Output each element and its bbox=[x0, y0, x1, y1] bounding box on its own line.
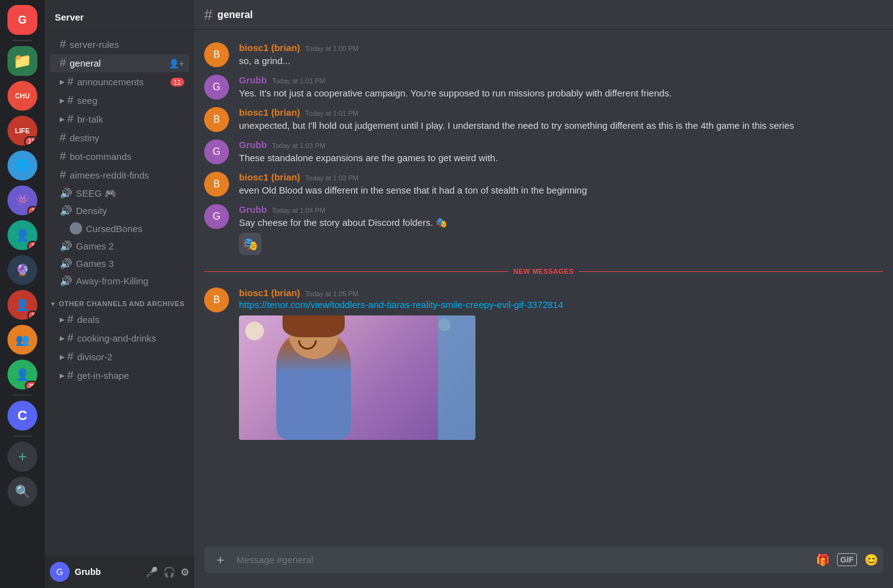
message-timestamp-2: Today at 1:01 PM bbox=[272, 77, 325, 85]
user-avatar: G bbox=[50, 562, 70, 582]
divider-line-right bbox=[579, 271, 883, 272]
server-icon-6[interactable]: 👾 3 bbox=[7, 185, 37, 215]
channel-item-games2[interactable]: 🔊 Games 2 bbox=[50, 238, 189, 254]
server-name[interactable]: Server bbox=[45, 0, 194, 30]
server-icon-label: 👤 bbox=[16, 228, 29, 242]
channel-item-server-rules[interactable]: # server-rules bbox=[50, 35, 189, 54]
server-icon-11[interactable]: 👤 35 bbox=[7, 360, 37, 390]
channel-name: Games 3 bbox=[76, 258, 184, 269]
channel-item-deals[interactable]: ▶ # deals bbox=[50, 310, 189, 329]
channel-item-divisor[interactable]: ▶ # divisor-2 bbox=[50, 348, 189, 366]
emoji-picker-icon[interactable]: 😊 bbox=[864, 553, 878, 567]
channel-hash-icon: # bbox=[204, 6, 212, 24]
channel-item-cursed-bones[interactable]: CursedBones bbox=[50, 220, 189, 237]
channel-item-seeg[interactable]: ▶ # seeg bbox=[50, 91, 189, 110]
server-icon-10[interactable]: 👥 bbox=[7, 325, 37, 355]
server-icon-c[interactable]: C bbox=[7, 401, 37, 431]
server-icon-label: 👤 bbox=[16, 368, 29, 381]
divider-line-left bbox=[204, 271, 508, 272]
gift-icon[interactable]: 🎁 bbox=[816, 553, 830, 567]
category-other-channels[interactable]: ▼ OTHER CHANNELS AND ARCHIVES bbox=[45, 290, 194, 310]
channel-item-destiny[interactable]: # destiny bbox=[50, 129, 189, 147]
channel-item-cooking[interactable]: ▶ # cooking-and-drinks bbox=[50, 329, 189, 347]
message-text-2: Yes. It's not just a cooperative campaig… bbox=[239, 86, 883, 100]
message-link[interactable]: https://tenor.com/view/toddlers-and-tiar… bbox=[239, 299, 563, 310]
message-avatar-3: B bbox=[204, 107, 229, 132]
server-icon-label: 👤 bbox=[16, 298, 29, 312]
message-author-1: biosc1 (brian) bbox=[239, 42, 300, 53]
server-icon-label-c: C bbox=[17, 408, 27, 424]
channel-item-density[interactable]: 🔊 Density bbox=[50, 202, 189, 219]
server-icon-2[interactable]: 📁 bbox=[7, 46, 37, 76]
server-name-text: Server bbox=[55, 12, 84, 22]
mute-microphone-icon[interactable]: 🎤 bbox=[146, 566, 158, 578]
channel-item-aimees[interactable]: # aimees-reddit-finds bbox=[50, 166, 189, 184]
deafen-icon[interactable]: 🎧 bbox=[163, 566, 175, 578]
server-icon-label: 🌐 bbox=[16, 159, 29, 172]
server-badge-9: 1 bbox=[27, 310, 37, 320]
add-server-button[interactable]: + bbox=[7, 442, 37, 472]
channel-sidebar: Server # server-rules # general 👤+ ▶ # a… bbox=[45, 0, 194, 588]
voice-icon: 🔊 bbox=[60, 187, 72, 199]
hash-icon: # bbox=[67, 113, 73, 126]
avatar-letter: B bbox=[213, 114, 220, 125]
message-header-6: Grubb Today at 1:04 PM bbox=[239, 204, 883, 215]
add-member-icon[interactable]: 👤+ bbox=[169, 58, 184, 68]
channel-name: br-talk bbox=[77, 114, 184, 124]
server-divider bbox=[12, 40, 32, 41]
channel-item-general[interactable]: # general 👤+ bbox=[50, 54, 189, 72]
channel-item-announcements[interactable]: ▶ # announcements 11 bbox=[50, 73, 189, 91]
new-messages-divider: NEW MESSAGES bbox=[204, 268, 883, 275]
new-messages-label: NEW MESSAGES bbox=[513, 268, 574, 275]
channel-name: Density bbox=[76, 205, 184, 216]
gif-button[interactable]: GIF bbox=[837, 553, 857, 566]
message-text-6: Say cheese for the story about Discord f… bbox=[239, 216, 883, 229]
channel-item-br-talk[interactable]: ▶ # br-talk bbox=[50, 110, 189, 128]
current-channel-name: general bbox=[217, 9, 253, 21]
explore-icon: 🔍 bbox=[15, 484, 30, 499]
channel-item-bot-commands[interactable]: # bot-commands bbox=[50, 147, 189, 166]
hash-icon: # bbox=[60, 169, 66, 182]
message-avatar-6: G bbox=[204, 204, 229, 229]
message-input[interactable] bbox=[236, 547, 811, 572]
server-icon-4[interactable]: LIFE 11 bbox=[7, 116, 37, 146]
message-group-2: G Grubb Today at 1:01 PM Yes. It's not j… bbox=[194, 72, 893, 102]
channel-name: divisor-2 bbox=[77, 352, 184, 362]
channel-name: server-rules bbox=[70, 39, 184, 50]
server-icon-9[interactable]: 👤 1 bbox=[7, 290, 37, 320]
message-author-6: Grubb bbox=[239, 204, 267, 215]
channel-item-get-in-shape[interactable]: ▶ # get-in-shape bbox=[50, 366, 189, 385]
message-content-6: Grubb Today at 1:04 PM Say cheese for th… bbox=[239, 204, 883, 255]
embedded-image[interactable] bbox=[239, 315, 475, 440]
messages-area[interactable]: B biosc1 (brian) Today at 1:00 PM so, a … bbox=[194, 30, 893, 546]
message-timestamp-3: Today at 1:01 PM bbox=[305, 110, 358, 117]
message-content-1: biosc1 (brian) Today at 1:00 PM so, a gr… bbox=[239, 42, 883, 67]
settings-icon[interactable]: ⚙ bbox=[180, 566, 189, 578]
server-icon-8[interactable]: 🔮 bbox=[7, 255, 37, 285]
server-divider-3 bbox=[12, 436, 32, 437]
message-author-5: biosc1 (brian) bbox=[239, 172, 300, 182]
attach-file-button[interactable]: ＋ bbox=[209, 546, 231, 573]
message-header-7: biosc1 (brian) Today at 1:05 PM bbox=[239, 287, 883, 298]
server-icon-7[interactable]: 👤 1 bbox=[7, 220, 37, 250]
channel-item-away-from-killing[interactable]: 🔊 Away-from-Killing bbox=[50, 273, 189, 289]
message-author-4: Grubb bbox=[239, 139, 267, 150]
explore-servers-button[interactable]: 🔍 bbox=[7, 477, 37, 506]
message-avatar-5: B bbox=[204, 172, 229, 197]
server-icon-3[interactable]: CHU bbox=[7, 81, 37, 111]
channel-item-seeg-voice[interactable]: 🔊 SEEG 🎮 bbox=[50, 185, 189, 202]
message-text-3: unexpected, but I'll hold out judgement … bbox=[239, 119, 883, 132]
emoji-reaction[interactable]: 🎭 bbox=[239, 233, 261, 255]
channel-name: destiny bbox=[70, 133, 184, 143]
message-text-4: These standalone expansions are the game… bbox=[239, 151, 883, 164]
avatar-initial: G bbox=[57, 567, 63, 577]
hash-icon: # bbox=[67, 94, 73, 107]
message-content-4: Grubb Today at 1:03 PM These standalone … bbox=[239, 139, 883, 164]
server-icon-1[interactable]: G bbox=[7, 5, 37, 35]
channel-item-games3[interactable]: 🔊 Games 3 bbox=[50, 255, 189, 272]
voice-icon: 🔊 bbox=[60, 240, 72, 252]
collapse-arrow: ▶ bbox=[60, 97, 65, 104]
server-icon-5[interactable]: 🌐 bbox=[7, 151, 37, 180]
add-icon: + bbox=[18, 448, 27, 465]
server-divider-2 bbox=[12, 394, 32, 396]
